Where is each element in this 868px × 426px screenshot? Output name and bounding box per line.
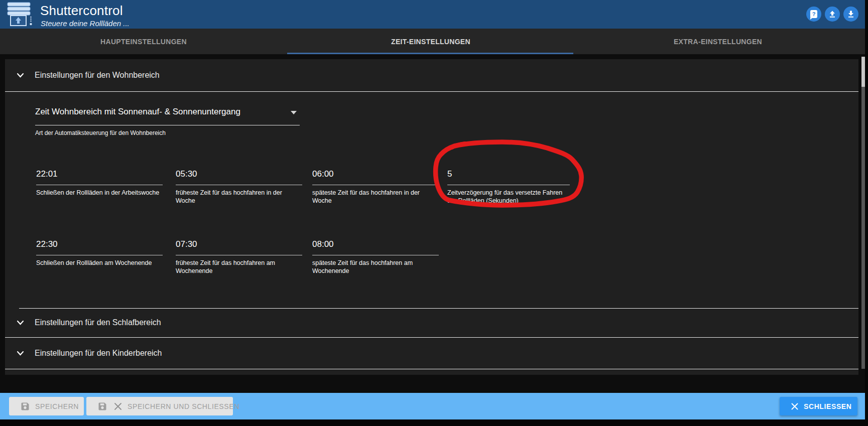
chevron-down-icon [17, 73, 24, 78]
field-label: späteste Zeit für das hochfahren am Woch… [312, 259, 439, 275]
divider [5, 91, 858, 92]
section-title: Einstellungen für den Schlafbereich [35, 318, 161, 327]
chevron-down-icon [17, 351, 24, 356]
input-underline [176, 255, 302, 255]
app-subtitle: Steuere deine Rollläden ... [41, 19, 130, 28]
mode-select-value[interactable]: Zeit Wohnbereich mit Sonnenauf- & Sonnen… [35, 106, 300, 117]
field-label: Schließen der Rollläden am Wochenende [36, 259, 163, 267]
section-header-schlafbereich[interactable]: Einstellungen für den Schlafbereich [5, 308, 858, 337]
help-icon: ? [810, 10, 817, 18]
close-button[interactable]: SCHLIESSEN [780, 397, 857, 415]
upload-icon [828, 10, 836, 18]
time-input[interactable]: 22:01 [36, 169, 163, 180]
input-underline [447, 185, 570, 185]
header-actions: ? [806, 7, 858, 22]
section-title: Einstellungen für den Kinderbereich [35, 349, 162, 358]
dropdown-caret-icon [291, 111, 297, 114]
download-icon [847, 10, 855, 18]
close-icon [791, 402, 799, 410]
app-window: Shuttercontrol Steuere deine Rollläden .… [0, 0, 868, 426]
download-button[interactable] [843, 7, 858, 22]
save-button[interactable]: SPEICHERN [9, 397, 84, 415]
app-header: Shuttercontrol Steuere deine Rollläden .… [0, 0, 865, 29]
close-icon [113, 402, 122, 411]
input-underline [312, 185, 439, 185]
close-button-label: SCHLIESSEN [804, 402, 851, 410]
section-header-kinderbereich[interactable]: Einstellungen für den Kinderbereich [5, 337, 858, 369]
scrollbar-track[interactable] [861, 87, 865, 369]
tab-bar: HAUPTEINSTELLUNGEN ZEIT-EINSTELLUNGEN EX… [0, 29, 865, 54]
time-input[interactable]: 08:00 [312, 239, 439, 250]
field-label: Schließen der Rollläden in der Arbeitswo… [36, 189, 163, 197]
number-input[interactable]: 5 [447, 169, 570, 180]
time-input[interactable]: 05:30 [176, 169, 302, 180]
section-header-wohnbereich[interactable]: Einstellungen für den Wohnbereich [5, 59, 858, 91]
field-label: früheste Zeit für das hochfahren in der … [176, 189, 302, 205]
field-close-weekend: 22:30 Schließen der Rollläden am Wochene… [36, 239, 163, 267]
input-underline [176, 185, 302, 185]
field-earliest-up-week: 05:30 früheste Zeit für das hochfahren i… [176, 169, 302, 205]
field-label: Zeitverzögerung für das versetzte Fahren… [447, 189, 570, 205]
input-underline [36, 185, 163, 185]
field-delay-seconds: 5 Zeitverzögerung für das versetzte Fahr… [447, 169, 570, 205]
content-area: Einstellungen für den Wohnbereich Zeit W… [0, 54, 865, 393]
time-input[interactable]: 07:30 [176, 239, 302, 250]
input-underline [312, 255, 439, 255]
field-label: früheste Zeit für das hochfahren am Woch… [176, 259, 302, 275]
save-and-close-button-label: SPEICHERN UND SCHLIESSEN [128, 402, 239, 410]
settings-panel: Einstellungen für den Wohnbereich Zeit W… [5, 59, 858, 375]
time-input[interactable]: 22:30 [36, 239, 163, 250]
field-label: späteste Zeit für das hochfahren in der … [312, 189, 439, 205]
mode-select[interactable]: Zeit Wohnbereich mit Sonnenauf- & Sonnen… [35, 106, 300, 136]
tab-zeit-einstellungen[interactable]: ZEIT-EINSTELLUNGEN [287, 29, 574, 54]
divider [5, 369, 858, 369]
field-close-workweek: 22:01 Schließen der Rollläden in der Arb… [36, 169, 163, 197]
tab-extra-einstellungen[interactable]: EXTRA-EINSTELLUNGEN [574, 29, 861, 54]
chevron-down-icon [17, 320, 24, 325]
save-icon [97, 401, 107, 411]
window-edge [0, 419, 868, 426]
field-latest-up-weekend: 08:00 späteste Zeit für das hochfahren a… [312, 239, 439, 275]
footer-bar: SPEICHERN SPEICHERN UND SCHLIESSEN [0, 393, 865, 419]
save-and-close-button[interactable]: SPEICHERN UND SCHLIESSEN [86, 397, 233, 415]
mode-select-helper: Art der Automatiksteuerung für den Wohnb… [35, 129, 300, 136]
app-title: Shuttercontrol [40, 3, 123, 19]
input-underline [35, 125, 300, 125]
window-edge [865, 0, 868, 426]
help-button[interactable]: ? [806, 7, 821, 22]
save-icon [20, 401, 30, 411]
save-button-label: SPEICHERN [35, 402, 79, 410]
time-input[interactable]: 06:00 [312, 169, 439, 180]
scrollbar-thumb[interactable] [861, 57, 865, 87]
shutter-logo-icon [7, 2, 33, 27]
upload-button[interactable] [825, 7, 840, 22]
section-title: Einstellungen für den Wohnbereich [35, 71, 160, 80]
input-underline [36, 255, 163, 255]
tab-haupteinstellungen[interactable]: HAUPTEINSTELLUNGEN [0, 29, 287, 54]
field-earliest-up-weekend: 07:30 früheste Zeit für das hochfahren a… [176, 239, 302, 275]
field-latest-up-week: 06:00 späteste Zeit für das hochfahren i… [312, 169, 439, 205]
